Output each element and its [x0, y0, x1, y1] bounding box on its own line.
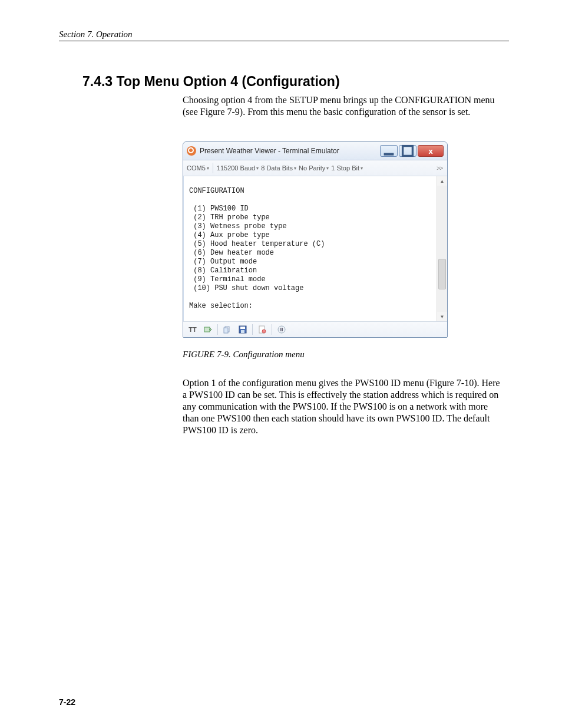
scroll-down-icon[interactable]: ▼ [437, 312, 447, 321]
toolbar-overflow-icon[interactable]: >> [437, 165, 444, 172]
port-label: COM5 [187, 164, 206, 172]
stopbit-dropdown[interactable]: 1 Stop Bit ▾ [331, 164, 363, 172]
running-header: Section 7. Operation [59, 29, 509, 39]
chevron-down-icon: ▾ [326, 166, 329, 171]
chevron-down-icon: ▾ [207, 166, 209, 171]
port-dropdown[interactable]: COM5 ▾ [187, 164, 209, 172]
app-icon [187, 146, 196, 156]
menu-item: (3) Wetness probe type [189, 222, 287, 230]
figure-caption: FIGURE 7-9. Configuration menu [183, 350, 448, 360]
chevron-down-icon: ▾ [361, 166, 363, 171]
svg-rect-12 [282, 328, 283, 331]
menu-item: (5) Hood heater temperature (C) [189, 240, 325, 248]
paragraph-option1: Option 1 of the configuration menu gives… [183, 377, 503, 436]
header-rule [59, 41, 509, 41]
toolbar-separator [213, 163, 213, 173]
menu-item: (10) PSU shut down voltage [189, 284, 303, 292]
menu-item: (2) TRH probe type [189, 213, 270, 222]
baud-dropdown[interactable]: 115200 Baud ▾ [217, 164, 259, 172]
save-icon[interactable] [237, 324, 249, 335]
svg-point-9 [262, 330, 266, 333]
send-icon[interactable] [202, 324, 214, 335]
vertical-scrollbar[interactable]: ▲ ▼ [437, 176, 447, 321]
toolbar-separator [272, 324, 272, 335]
svg-rect-11 [280, 328, 282, 331]
menu-item: (1) PWS100 ID [189, 205, 249, 213]
parity-dropdown[interactable]: No Parity ▾ [299, 164, 329, 172]
pause-icon[interactable] [276, 324, 287, 335]
terminal-window: Present Weather Viewer - Terminal Emulat… [183, 141, 448, 338]
figure-7-9: Present Weather Viewer - Terminal Emulat… [183, 141, 448, 360]
serial-toolbar: COM5 ▾ 115200 Baud ▾ 8 Data Bits ▾ No Pa… [183, 160, 447, 176]
svg-rect-4 [224, 328, 228, 333]
svg-rect-6 [240, 327, 245, 329]
terminal-prompt: Make selection: [189, 302, 253, 310]
page: Section 7. Operation 7.4.3 Top Menu Opti… [0, 0, 562, 728]
toolbar-separator [217, 324, 218, 335]
maximize-button[interactable] [399, 145, 416, 157]
close-button[interactable]: x [418, 145, 444, 157]
section-heading: 7.4.3 Top Menu Option 4 (Configuration) [82, 74, 509, 90]
titlebar[interactable]: Present Weather Viewer - Terminal Emulat… [183, 142, 447, 160]
svg-rect-1 [403, 146, 413, 156]
menu-item: (4) Aux probe type [189, 231, 270, 239]
status-toolbar: TT [183, 321, 447, 337]
chevron-down-icon: ▾ [256, 166, 259, 171]
databits-dropdown[interactable]: 8 Data Bits ▾ [261, 164, 296, 172]
scroll-up-icon[interactable]: ▲ [437, 176, 447, 186]
minimize-button[interactable] [380, 145, 398, 157]
scroll-thumb[interactable] [438, 259, 446, 289]
menu-item: (7) Output mode [189, 258, 257, 266]
menu-item: (8) Calibration [189, 266, 257, 275]
svg-point-10 [278, 326, 285, 333]
parity-label: No Parity [299, 164, 325, 172]
window-buttons: x [379, 145, 444, 157]
terminal-area: CONFIGURATION (1) PWS100 ID (2) TRH prob… [183, 176, 447, 321]
scroll-track[interactable] [437, 186, 447, 312]
paragraph-intro: Choosing option 4 from the SETUP menu br… [183, 94, 503, 118]
tt-button[interactable]: TT [187, 324, 199, 335]
databits-label: 8 Data Bits [261, 164, 293, 172]
terminal-output[interactable]: CONFIGURATION (1) PWS100 ID (2) TRH prob… [183, 176, 437, 321]
window-title: Present Weather Viewer - Terminal Emulat… [200, 147, 375, 155]
svg-rect-2 [204, 327, 210, 332]
terminal-header: CONFIGURATION [189, 187, 244, 195]
clear-icon[interactable] [256, 324, 268, 335]
baud-label: 115200 Baud [217, 164, 255, 172]
menu-item: (9) Terminal mode [189, 275, 266, 284]
chevron-down-icon: ▾ [294, 166, 296, 171]
menu-item: (6) Dew heater mode [189, 249, 274, 257]
copy-icon[interactable] [222, 324, 233, 335]
toolbar-separator [252, 324, 253, 335]
stopbit-label: 1 Stop Bit [331, 164, 359, 172]
svg-rect-7 [241, 330, 244, 333]
page-number: 7-22 [59, 697, 75, 707]
